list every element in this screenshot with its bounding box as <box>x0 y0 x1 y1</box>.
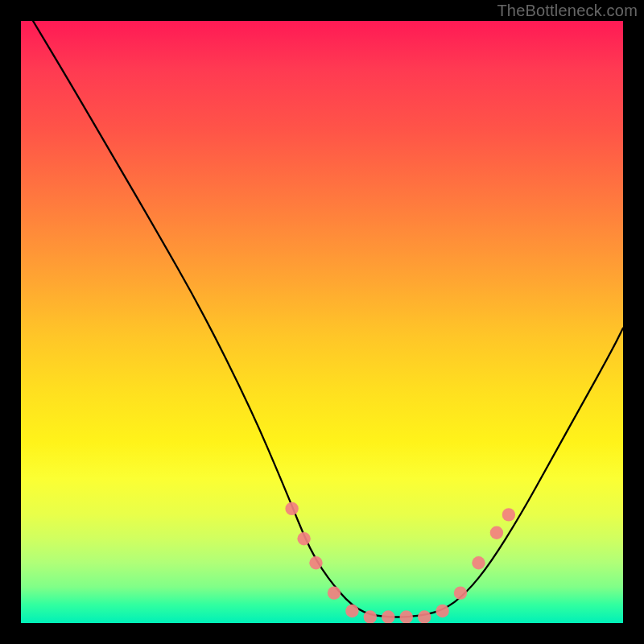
data-point <box>328 586 341 599</box>
data-point <box>382 610 394 623</box>
chart-frame: TheBottleneck.com <box>0 0 644 644</box>
chart-svg <box>21 21 623 623</box>
data-point <box>364 610 377 623</box>
data-point <box>400 610 413 623</box>
bottleneck-curve <box>33 21 623 617</box>
data-point <box>345 605 358 617</box>
data-point <box>309 556 322 569</box>
data-point <box>285 502 298 515</box>
plot-area <box>21 21 623 623</box>
data-point <box>472 556 485 569</box>
data-point <box>490 526 503 539</box>
data-point <box>436 605 448 617</box>
data-point <box>502 508 515 521</box>
data-point <box>454 586 467 599</box>
data-point <box>297 532 310 545</box>
data-point <box>418 610 431 623</box>
watermark-text: TheBottleneck.com <box>497 2 638 20</box>
